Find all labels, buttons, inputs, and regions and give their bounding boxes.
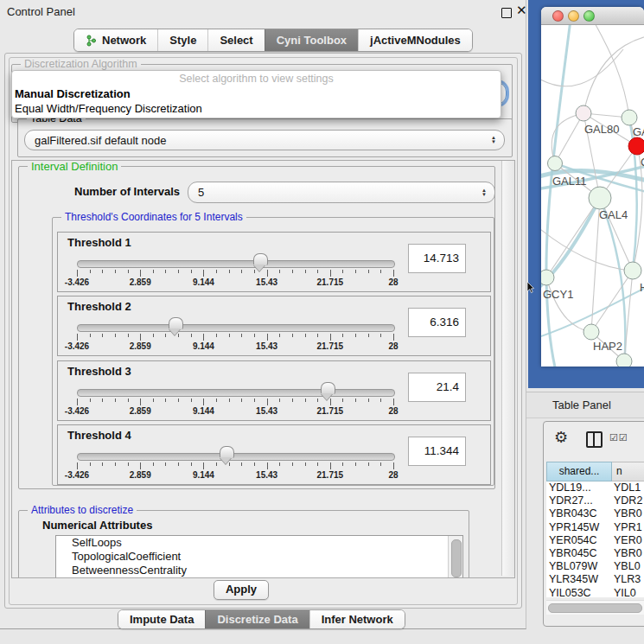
cell-shared-name[interactable]: YPR145W bbox=[546, 521, 612, 534]
threshold-value-field[interactable]: 14.713 bbox=[408, 244, 466, 273]
node-node-red[interactable] bbox=[628, 137, 644, 155]
node-label-gal4: GAL4 bbox=[599, 208, 628, 221]
threshold-label: Threshold 2 bbox=[67, 300, 131, 313]
node-node-bottom[interactable] bbox=[616, 354, 632, 367]
attribute-list-item[interactable]: SelfLoops bbox=[56, 536, 462, 550]
threshold-value-field[interactable]: 6.316 bbox=[408, 308, 466, 337]
cell-name[interactable]: YER0 bbox=[612, 534, 644, 547]
tab-jactivemnodules[interactable]: jActiveMNodules bbox=[358, 29, 472, 51]
slider-track[interactable] bbox=[77, 453, 395, 461]
edge-gray[interactable] bbox=[593, 25, 629, 118]
node-node-h[interactable] bbox=[624, 262, 641, 279]
cell-shared-name[interactable]: YBR043C bbox=[546, 507, 612, 520]
cell-shared-name[interactable]: YER054C bbox=[546, 534, 612, 547]
threshold-value-field[interactable]: 11.344 bbox=[408, 437, 466, 466]
attribute-list-item[interactable]: BetweennessCentrality bbox=[56, 564, 462, 577]
tab-network[interactable]: Network bbox=[74, 29, 157, 51]
main-scrollbar-track[interactable] bbox=[501, 161, 514, 576]
list-scrollbar-thumb[interactable] bbox=[451, 539, 462, 577]
edge-gray[interactable] bbox=[546, 277, 591, 332]
edge-gray[interactable] bbox=[546, 198, 600, 277]
cell-shared-name[interactable]: YIL053C bbox=[546, 587, 612, 598]
screenshot-root: Control Panel ✕ NetworkStyleSelectCyni T… bbox=[0, 0, 644, 644]
edge-teal[interactable] bbox=[546, 25, 571, 367]
table-row[interactable]: YER054CYER0 bbox=[546, 534, 644, 547]
cell-name[interactable]: YPR1 bbox=[612, 521, 644, 534]
number-of-intervals-combobox[interactable]: 5 ▲▼ bbox=[188, 182, 495, 203]
tab-select[interactable]: Select bbox=[207, 29, 264, 51]
cell-name[interactable]: YIL0 bbox=[612, 587, 644, 598]
cell-shared-name[interactable]: YBR045C bbox=[546, 547, 612, 560]
slider-thumb[interactable] bbox=[321, 382, 335, 394]
bottom-tab-impute-data[interactable]: Impute Data bbox=[118, 610, 205, 628]
cell-name[interactable]: YBL0 bbox=[612, 560, 644, 573]
table-row[interactable]: YLR345WYLR3 bbox=[546, 573, 644, 586]
slider-track[interactable] bbox=[77, 389, 395, 397]
cell-name[interactable]: YLR3 bbox=[612, 573, 644, 586]
dropdown-item-equal-width-frequency[interactable]: Equal Width/Frequency Discretization bbox=[12, 101, 501, 116]
cell-shared-name[interactable]: YLR345W bbox=[546, 573, 612, 586]
column-layout-icon[interactable] bbox=[586, 431, 603, 448]
cell-name[interactable]: YDL1 bbox=[612, 481, 644, 494]
attribute-list-item[interactable]: TopologicalCoefficient bbox=[56, 550, 462, 564]
apply-button[interactable]: Apply bbox=[214, 580, 269, 600]
numerical-attributes-list[interactable]: SelfLoopsTopologicalCoefficientBetweenne… bbox=[55, 535, 463, 578]
edge-gray[interactable] bbox=[591, 271, 633, 332]
node-gcy1[interactable] bbox=[541, 270, 554, 285]
gear-icon[interactable]: ⚙ bbox=[554, 428, 568, 446]
cell-shared-name[interactable]: YBL079W bbox=[546, 560, 612, 573]
bottom-tab-discretize-data[interactable]: Discretize Data bbox=[205, 610, 309, 628]
dropdown-item-manual-discretization[interactable]: Manual Discretization bbox=[12, 86, 501, 101]
table-row[interactable]: YBL079WYBL0 bbox=[546, 560, 644, 573]
table-row[interactable]: YBR045CYBR0 bbox=[546, 547, 644, 560]
close-traffic-light-icon[interactable] bbox=[552, 10, 564, 22]
tab-style[interactable]: Style bbox=[157, 29, 207, 51]
table-row[interactable]: YDL19...YDL1 bbox=[546, 481, 644, 494]
table-hscrollbar-track[interactable] bbox=[546, 600, 644, 615]
threshold-value-field[interactable]: 21.4 bbox=[408, 373, 466, 402]
cell-shared-name[interactable]: YDL19... bbox=[546, 481, 612, 494]
node-node-top-right[interactable] bbox=[622, 110, 637, 125]
network-window-titlebar[interactable] bbox=[541, 7, 644, 25]
cell-name[interactable]: YBR0 bbox=[612, 507, 644, 520]
tick-label: 2.859 bbox=[130, 470, 151, 480]
checkbox-icons[interactable]: ☑☑ bbox=[609, 432, 628, 443]
table-data-combobox-value: galFiltered.sif default node bbox=[35, 134, 166, 147]
numerical-attributes-label: Numerical Attributes bbox=[42, 519, 152, 532]
node-gal11[interactable] bbox=[548, 156, 563, 171]
float-window-icon[interactable] bbox=[501, 8, 512, 18]
list-scrollbar[interactable] bbox=[448, 536, 462, 578]
table-data-combobox[interactable]: galFiltered.sif default node ▲▼ bbox=[24, 130, 505, 150]
tab-cyni-toolbox[interactable]: Cyni Toolbox bbox=[265, 29, 358, 51]
slider-thumb[interactable] bbox=[169, 317, 183, 329]
column-header-shared-name[interactable]: shared... bbox=[546, 462, 612, 481]
edge-gray[interactable] bbox=[583, 35, 644, 113]
zoom-traffic-light-icon[interactable] bbox=[583, 10, 595, 22]
close-window-icon[interactable]: ✕ bbox=[516, 3, 527, 18]
node-hap2[interactable] bbox=[583, 324, 599, 340]
node-gal80[interactable] bbox=[576, 105, 591, 121]
slider-thumb[interactable] bbox=[220, 446, 234, 458]
tick-label: 21.715 bbox=[317, 277, 344, 287]
table-row[interactable]: YIL053CYIL0 bbox=[546, 587, 644, 598]
column-header-name[interactable]: n bbox=[612, 462, 644, 481]
cell-shared-name[interactable]: YDR27... bbox=[546, 494, 612, 507]
edge-gray[interactable] bbox=[555, 113, 583, 163]
network-graph[interactable]: GAL80GACGAL11GAL4GCY1HHAP2 bbox=[541, 25, 644, 367]
table-hscrollbar-thumb[interactable] bbox=[548, 603, 642, 613]
tick-label: 15.43 bbox=[256, 406, 277, 416]
slider-thumb[interactable] bbox=[253, 253, 268, 265]
slider-track[interactable] bbox=[77, 324, 395, 332]
cell-name[interactable]: YBR0 bbox=[612, 547, 644, 560]
table-row[interactable]: YDR27...YDR2 bbox=[546, 494, 644, 507]
dropdown-placeholder-item[interactable]: Select algorithm to view settings bbox=[12, 71, 501, 86]
network-canvas[interactable]: GAL80GACGAL11GAL4GCY1HHAP2 bbox=[541, 25, 644, 367]
bottom-tab-infer-network[interactable]: Infer Network bbox=[309, 610, 405, 628]
node-gal4[interactable] bbox=[589, 187, 611, 209]
table-row[interactable]: YBR043CYBR0 bbox=[546, 507, 644, 520]
minimize-traffic-light-icon[interactable] bbox=[568, 10, 579, 22]
cell-name[interactable]: YDR2 bbox=[612, 494, 644, 507]
table-row[interactable]: YPR145WYPR1 bbox=[546, 521, 644, 534]
slider-track[interactable] bbox=[77, 260, 395, 268]
table-rows[interactable]: YDL19...YDL1YDR27...YDR2YBR043CYBR0YPR14… bbox=[546, 481, 644, 597]
